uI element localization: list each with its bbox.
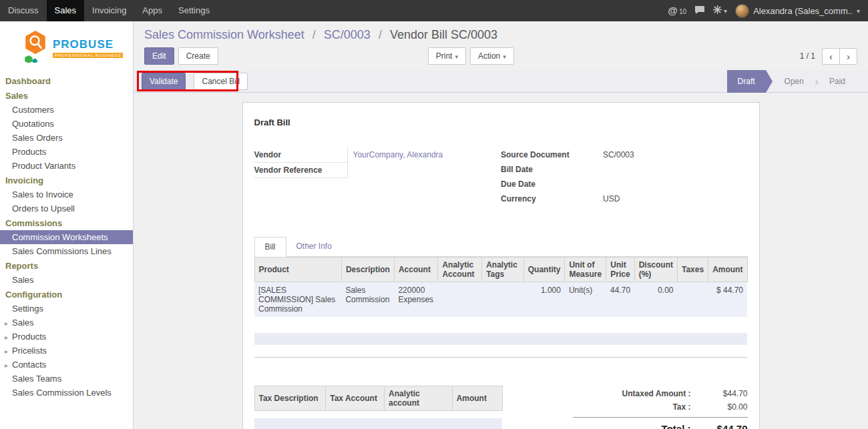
lines-header-row: Product Description Account Analytic Acc… bbox=[254, 258, 747, 282]
at-icon: @ bbox=[668, 5, 678, 17]
chevron-down-icon: ▾ bbox=[724, 7, 727, 15]
mentions-button[interactable]: @ 10 bbox=[668, 5, 686, 17]
sidebar-item-sales-orders[interactable]: Sales Orders bbox=[0, 131, 133, 145]
sidebar-item-customers[interactable]: Customers bbox=[0, 103, 133, 117]
sidebar-item-sales-teams[interactable]: Sales Teams bbox=[0, 372, 133, 386]
breadcrumb-current: Vendor Bill SC/0003 bbox=[390, 28, 497, 41]
sidebar-section-commissions[interactable]: Commissions bbox=[0, 216, 133, 230]
edit-button[interactable]: Edit bbox=[144, 47, 174, 65]
sidebar-item-products[interactable]: Products bbox=[0, 145, 133, 159]
breadcrumb-sc0003-link[interactable]: SC/0003 bbox=[324, 28, 371, 41]
sidebar-nav: Dashboard Sales Customers Quotations Sal… bbox=[0, 73, 133, 400]
sidebar-section-sales[interactable]: Sales bbox=[0, 88, 133, 103]
sidebar-item-product-variants[interactable]: Product Variants bbox=[0, 159, 133, 173]
bill-state-title: Draft Bill bbox=[254, 117, 748, 127]
sidebar-item-label: Sales bbox=[12, 318, 34, 328]
validate-button[interactable]: Validate bbox=[142, 73, 186, 90]
sidebar-section-dashboard[interactable]: Dashboard bbox=[0, 73, 133, 88]
pager: 1 / 1 ‹ › bbox=[800, 48, 857, 65]
tax-label: Tax : bbox=[672, 402, 690, 412]
cell-discount: 0.00 bbox=[634, 282, 677, 318]
logo-title: PROBUSE bbox=[53, 38, 123, 51]
pager-prev-button[interactable]: ‹ bbox=[822, 48, 840, 65]
sidebar-section-invoicing[interactable]: Invoicing bbox=[0, 173, 133, 187]
menu-invoicing[interactable]: Invoicing bbox=[84, 0, 134, 21]
control-panel: Sales Commission Worksheet / SC/0003 / V… bbox=[134, 21, 868, 70]
sidebar-item-contacts[interactable]: ▸Contacts bbox=[0, 358, 133, 372]
menu-discuss[interactable]: Discuss bbox=[0, 0, 47, 21]
sidebar-section-configuration[interactable]: Configuration bbox=[0, 287, 133, 302]
statusbar: Validate Cancel Bill Draft Open › Paid bbox=[134, 70, 868, 93]
print-button[interactable]: Print▾ bbox=[428, 47, 466, 65]
sidebar-item-sales-commissions-lines[interactable]: Sales Commissions Lines bbox=[0, 244, 133, 258]
tab-bill[interactable]: Bill bbox=[254, 237, 286, 257]
sidebar-item-sales-to-invoice[interactable]: Sales to Invoice bbox=[0, 187, 133, 201]
vendor-reference-label: Vendor Reference bbox=[254, 163, 348, 178]
chevron-down-icon: ▾ bbox=[857, 7, 860, 15]
cancel-bill-button[interactable]: Cancel Bill bbox=[194, 73, 248, 90]
action-button[interactable]: Action▾ bbox=[470, 47, 514, 65]
cell-uom: Unit(s) bbox=[565, 282, 606, 318]
col-unit-of-measure: Unit of Measure bbox=[565, 258, 606, 282]
sidebar-item-orders-to-upsell[interactable]: Orders to Upsell bbox=[0, 201, 133, 216]
breadcrumb-worksheet-link[interactable]: Sales Commission Worksheet bbox=[144, 28, 304, 41]
action-label: Action bbox=[478, 51, 500, 61]
sidebar-item-config-sales[interactable]: ▸Sales bbox=[0, 316, 133, 330]
total-label: Total : bbox=[662, 423, 691, 429]
vendor-value-link[interactable]: YourCompany, Alexandra bbox=[348, 147, 449, 163]
topbar-right: @ 10 ▾ Alexandra (Sales_comm.. ▾ bbox=[668, 0, 868, 21]
tax-header-row: Tax Description Tax Account Analytic acc… bbox=[254, 386, 502, 410]
breadcrumb-separator: / bbox=[379, 28, 382, 41]
probuse-logo-icon bbox=[23, 31, 48, 65]
col-discount: Discount (%) bbox=[634, 258, 677, 282]
col-tax-account: Tax Account bbox=[326, 386, 385, 410]
bill-date-value bbox=[598, 162, 608, 177]
logo-subtitle: PROFESSIONAL BUSINESS bbox=[53, 53, 123, 58]
expand-caret-icon: ▸ bbox=[5, 360, 8, 370]
statusbar-buttons: Validate Cancel Bill bbox=[142, 73, 248, 90]
tab-other-info[interactable]: Other Info bbox=[286, 237, 342, 256]
create-button[interactable]: Create bbox=[178, 47, 218, 65]
sidebar-item-pricelists[interactable]: ▸Pricelists bbox=[0, 344, 133, 358]
debug-menu-button[interactable]: ▾ bbox=[713, 5, 727, 16]
sidebar-item-commission-worksheets[interactable]: Commission Worksheets bbox=[0, 230, 133, 244]
company-logo: PROBUSE PROFESSIONAL BUSINESS bbox=[0, 21, 133, 73]
sidebar-item-reports-sales[interactable]: Sales bbox=[0, 273, 133, 287]
invoice-lines-table: Product Description Account Analytic Acc… bbox=[254, 257, 748, 358]
sidebar-item-sales-commission-levels[interactable]: Sales Commission Levels bbox=[0, 386, 133, 400]
messages-button[interactable] bbox=[694, 5, 705, 17]
menu-settings[interactable]: Settings bbox=[170, 0, 218, 21]
col-tax-analytic-account: Analytic account bbox=[385, 386, 453, 410]
sidebar-item-quotations[interactable]: Quotations bbox=[0, 117, 133, 131]
pager-next-button[interactable]: › bbox=[839, 48, 857, 65]
due-date-value bbox=[598, 177, 608, 191]
status-step-draft[interactable]: Draft bbox=[727, 70, 766, 93]
empty-tax-row bbox=[254, 418, 502, 429]
cell-amount: $ 44.70 bbox=[708, 282, 747, 318]
menu-apps[interactable]: Apps bbox=[134, 0, 170, 21]
cell-unit-price: 44.70 bbox=[606, 282, 634, 318]
breadcrumb: Sales Commission Worksheet / SC/0003 / V… bbox=[144, 28, 857, 42]
col-description: Description bbox=[341, 258, 394, 282]
sidebar-item-label: Pricelists bbox=[12, 346, 47, 356]
sidebar-item-label: Products bbox=[12, 332, 46, 342]
cell-product: [SALES COMMISSION] Sales Commission bbox=[254, 282, 341, 318]
col-product: Product bbox=[254, 258, 341, 282]
tax-lines-table: Tax Description Tax Account Analytic acc… bbox=[254, 386, 503, 429]
status-step-open[interactable]: Open bbox=[774, 70, 815, 93]
col-tax-description: Tax Description bbox=[254, 386, 326, 410]
invoice-line-row[interactable]: [SALES COMMISSION] Sales Commission Sale… bbox=[254, 282, 747, 318]
sidebar-item-settings[interactable]: Settings bbox=[0, 302, 133, 316]
empty-line-row bbox=[254, 317, 747, 333]
sidebar-section-reports[interactable]: Reports bbox=[0, 258, 133, 273]
expand-caret-icon: ▸ bbox=[5, 332, 8, 342]
user-menu[interactable]: Alexandra (Sales_comm.. ▾ bbox=[735, 4, 860, 18]
top-menu: Discuss Sales Invoicing Apps Settings bbox=[0, 0, 218, 21]
sidebar-item-config-products[interactable]: ▸Products bbox=[0, 330, 133, 344]
col-analytic-account: Analytic Account bbox=[438, 258, 482, 282]
status-step-paid[interactable]: Paid bbox=[819, 70, 856, 93]
sidebar-item-label: Contacts bbox=[12, 360, 46, 370]
print-label: Print bbox=[436, 51, 453, 61]
main-content: Sales Commission Worksheet / SC/0003 / V… bbox=[134, 21, 868, 429]
menu-sales[interactable]: Sales bbox=[47, 0, 85, 21]
